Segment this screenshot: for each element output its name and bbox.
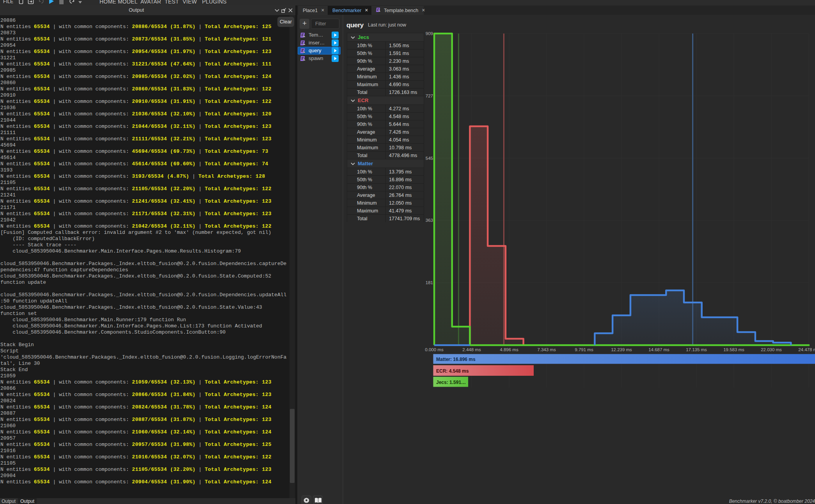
svg-text:12.239 ms: 12.239 ms bbox=[611, 347, 632, 352]
svg-text:22.030 ms: 22.030 ms bbox=[761, 347, 782, 352]
svg-text:909: 909 bbox=[426, 31, 433, 36]
svg-text:14.687 ms: 14.687 ms bbox=[648, 347, 669, 352]
svg-text:545: 545 bbox=[426, 156, 433, 161]
svg-text:Jecs: 1.591…: Jecs: 1.591… bbox=[436, 380, 466, 385]
svg-text:ECR: 4.548 ms: ECR: 4.548 ms bbox=[436, 368, 469, 374]
svg-text:24.478 ms: 24.478 ms bbox=[798, 347, 815, 352]
svg-text:4.896 ms: 4.896 ms bbox=[500, 347, 518, 352]
svg-text:0.000 ms: 0.000 ms bbox=[425, 347, 444, 352]
svg-text:363: 363 bbox=[426, 218, 433, 223]
svg-text:17.135 ms: 17.135 ms bbox=[686, 347, 707, 352]
svg-text:19.583 ms: 19.583 ms bbox=[723, 347, 744, 352]
svg-text:727: 727 bbox=[426, 94, 433, 98]
svg-text:9.791 ms: 9.791 ms bbox=[575, 347, 593, 352]
svg-text:7.343 ms: 7.343 ms bbox=[537, 347, 556, 352]
svg-text:2.448 ms: 2.448 ms bbox=[462, 347, 481, 352]
svg-text:181: 181 bbox=[426, 280, 433, 285]
svg-text:Matter: 16.896 ms: Matter: 16.896 ms bbox=[436, 357, 476, 362]
